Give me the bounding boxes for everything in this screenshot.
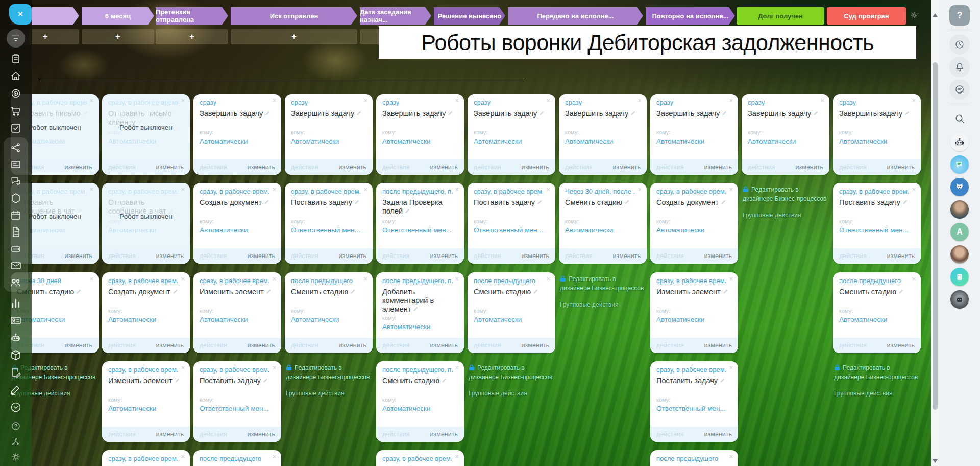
edit-link[interactable]: изменить bbox=[156, 342, 184, 349]
chat-bot-avatar[interactable] bbox=[950, 155, 969, 174]
trigger-link[interactable]: после предыдущего bbox=[839, 277, 901, 285]
assignee-link[interactable]: Автоматически bbox=[291, 316, 366, 323]
funnel-stage-1[interactable]: 6 месяц bbox=[82, 7, 154, 25]
close-icon[interactable]: × bbox=[729, 98, 733, 103]
close-icon[interactable]: × bbox=[455, 454, 459, 459]
actions-link[interactable]: действия bbox=[474, 252, 501, 260]
dog-avatar[interactable] bbox=[950, 178, 969, 196]
letter-a-avatar[interactable]: A bbox=[950, 223, 969, 241]
group-actions-link[interactable]: Групповые действия bbox=[834, 389, 921, 398]
close-icon[interactable]: × bbox=[546, 187, 550, 192]
group-actions-link[interactable]: Групповые действия bbox=[469, 389, 555, 398]
assignee-link[interactable]: Автоматически bbox=[200, 137, 275, 145]
assignee-link[interactable]: Автоматически bbox=[656, 137, 732, 145]
close-icon[interactable]: × bbox=[455, 98, 459, 103]
trigger-link[interactable]: сразу, в рабочее время bbox=[108, 99, 179, 106]
edit-link[interactable]: изменить bbox=[339, 164, 366, 171]
chevron-down-circle-icon[interactable] bbox=[10, 401, 22, 413]
trigger-link[interactable]: после предыдущего bbox=[474, 277, 535, 285]
automation-network-icon[interactable] bbox=[10, 142, 22, 154]
close-icon[interactable]: × bbox=[546, 276, 550, 282]
group-actions-link[interactable]: Групповые действия bbox=[560, 300, 647, 309]
sitemap-icon[interactable] bbox=[11, 436, 21, 447]
trigger-link[interactable]: сразу, в рабочее врем... bbox=[108, 366, 179, 374]
edit-link[interactable]: изменить bbox=[248, 164, 275, 171]
funnel-stage-8[interactable]: Долг получен bbox=[737, 7, 824, 25]
add-robot-button-3[interactable]: + bbox=[231, 29, 357, 44]
close-icon[interactable]: × bbox=[455, 187, 459, 192]
edit-link[interactable]: изменить bbox=[887, 164, 915, 171]
actions-link[interactable]: действия bbox=[656, 164, 684, 171]
assignee-link[interactable]: Автоматически bbox=[748, 137, 823, 145]
help-question-icon[interactable] bbox=[11, 421, 21, 431]
close-icon[interactable]: × bbox=[89, 276, 93, 282]
close-icon[interactable]: × bbox=[729, 365, 733, 370]
close-icon[interactable]: × bbox=[181, 454, 185, 459]
trigger-link[interactable]: сразу bbox=[382, 99, 399, 106]
actions-link[interactable]: действия bbox=[200, 431, 227, 438]
edit-link[interactable]: изменить bbox=[704, 164, 732, 171]
chat-bubbles-icon[interactable] bbox=[10, 175, 22, 188]
actions-link[interactable]: действия bbox=[291, 252, 318, 260]
actions-link[interactable]: действия bbox=[382, 164, 410, 171]
close-icon[interactable]: × bbox=[181, 187, 185, 192]
help-button[interactable]: ? bbox=[949, 5, 970, 26]
assignee-link[interactable]: Автоматически bbox=[839, 316, 915, 323]
actions-link[interactable]: действия bbox=[200, 342, 227, 349]
goals-target-icon[interactable] bbox=[10, 87, 22, 100]
robot-android-icon[interactable] bbox=[10, 332, 22, 344]
assignee-link[interactable]: Автоматически bbox=[839, 137, 915, 145]
close-icon[interactable]: × bbox=[638, 187, 642, 192]
assignee-link[interactable]: Автоматически bbox=[108, 226, 184, 234]
assignee-link[interactable]: Автоматически bbox=[656, 316, 732, 323]
actions-link[interactable]: действия bbox=[382, 252, 410, 260]
trigger-link[interactable]: сразу bbox=[748, 99, 765, 106]
group-actions-link[interactable]: Групповые действия bbox=[743, 211, 829, 220]
actions-link[interactable]: действия bbox=[656, 252, 684, 260]
user-woman-avatar[interactable] bbox=[950, 245, 969, 264]
edit-in-bp-designer-link[interactable]: Редактировать в дизайнере Бизнес-процесс… bbox=[469, 363, 555, 382]
close-icon[interactable]: × bbox=[638, 98, 642, 103]
edit-link[interactable]: изменить bbox=[887, 252, 915, 260]
trigger-link[interactable]: сразу, в рабочее врем... bbox=[656, 277, 727, 285]
robot-dark-avatar[interactable] bbox=[950, 290, 969, 309]
trigger-link[interactable]: сразу, в рабочее врем... bbox=[656, 188, 727, 195]
assignee-link[interactable]: Автоматически bbox=[200, 226, 275, 234]
trigger-link[interactable]: после предыдущего, п... bbox=[382, 277, 453, 285]
actions-link[interactable]: действия bbox=[565, 164, 593, 171]
assignee-link[interactable]: Автоматически bbox=[382, 323, 458, 331]
close-icon[interactable]: × bbox=[89, 98, 93, 103]
close-icon[interactable]: × bbox=[912, 187, 916, 192]
actions-link[interactable]: действия bbox=[748, 164, 775, 171]
edit-link[interactable]: изменить bbox=[248, 431, 275, 438]
funnel-stage-9[interactable]: Суд проигран bbox=[827, 7, 906, 25]
edit-link[interactable]: изменить bbox=[613, 164, 641, 171]
close-menu-button[interactable]: × bbox=[9, 4, 32, 25]
people-group-icon[interactable] bbox=[10, 276, 22, 289]
edit-link[interactable]: изменить bbox=[522, 342, 549, 349]
edit-link[interactable]: изменить bbox=[796, 164, 823, 171]
edit-in-bp-designer-link[interactable]: Редактировать в дизайнере Бизнес-процесс… bbox=[560, 274, 647, 293]
assignee-link[interactable]: Ответственный мен... bbox=[291, 226, 366, 234]
close-icon[interactable]: × bbox=[89, 187, 93, 192]
trigger-link[interactable]: Через 30 дней, после ... bbox=[565, 188, 635, 195]
bot-assistant-avatar[interactable] bbox=[950, 133, 969, 151]
actions-link[interactable]: действия bbox=[108, 431, 136, 438]
trigger-link[interactable]: сразу, в рабочее врем... bbox=[200, 188, 270, 195]
add-robot-button-1[interactable]: + bbox=[82, 29, 154, 44]
hexagon-badge-icon[interactable] bbox=[10, 192, 22, 204]
close-icon[interactable]: × bbox=[912, 98, 916, 103]
home-icon[interactable] bbox=[10, 70, 22, 82]
settings-gear-icon[interactable] bbox=[11, 452, 21, 462]
assignee-link[interactable]: Автоматически bbox=[291, 137, 366, 145]
edit-in-bp-designer-link[interactable]: Редактировать в дизайнере Бизнес-процесс… bbox=[834, 363, 921, 382]
assignee-link[interactable]: Автоматически bbox=[108, 137, 184, 145]
assignee-link[interactable]: Ответственный мен... bbox=[474, 226, 549, 234]
trigger-link[interactable]: сразу, в рабочее врем... bbox=[108, 188, 179, 195]
assignee-link[interactable]: Автоматически bbox=[200, 316, 275, 323]
funnel-stage-2[interactable]: Претензия отправлена bbox=[156, 7, 228, 25]
edit-link[interactable]: изменить bbox=[613, 252, 641, 260]
edit-link[interactable]: изменить bbox=[522, 164, 549, 171]
close-icon[interactable]: × bbox=[912, 276, 916, 282]
funnel-stage-5[interactable]: Решение вынесено bbox=[434, 7, 505, 25]
